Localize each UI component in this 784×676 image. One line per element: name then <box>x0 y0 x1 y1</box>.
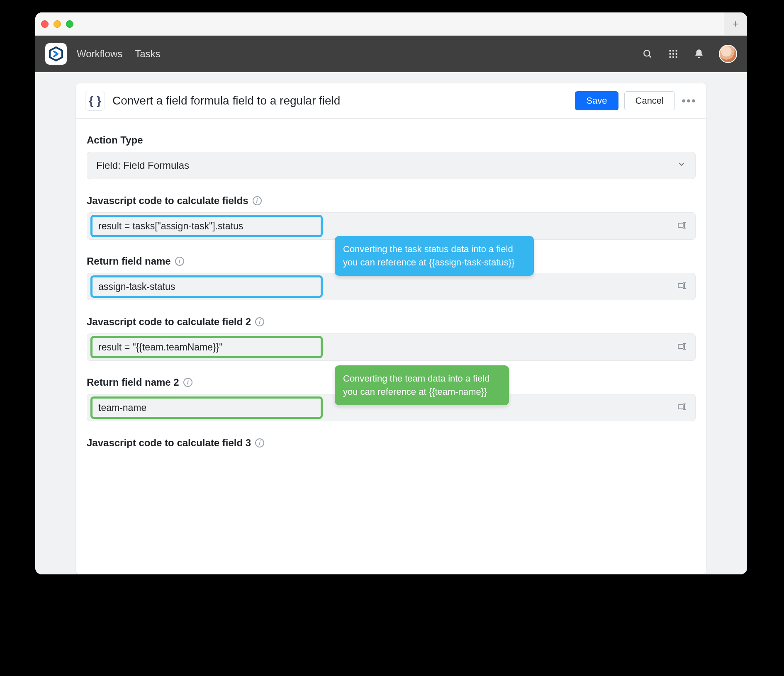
insert-variable-icon[interactable] <box>677 341 687 353</box>
action-type-value: Field: Field Formulas <box>96 160 189 171</box>
return-name-1-label-text: Return field name <box>87 255 171 267</box>
svg-rect-14 <box>678 344 683 348</box>
return-name-1-field[interactable]: assign-task-status <box>87 273 696 300</box>
cancel-button[interactable]: Cancel <box>624 91 675 110</box>
apps-grid-icon[interactable] <box>667 48 679 60</box>
insert-variable-icon[interactable] <box>677 402 687 414</box>
info-icon[interactable]: i <box>183 378 192 387</box>
save-button[interactable]: Save <box>575 91 618 110</box>
app-body: { } Convert a field formula field to a r… <box>35 72 747 574</box>
avatar[interactable] <box>719 45 737 63</box>
window-titlebar: + <box>35 12 747 36</box>
js-code-3-label-text: Javascript code to calculate field 3 <box>87 437 251 449</box>
annotation-text: Converting the task status data into a f… <box>343 244 514 267</box>
svg-point-4 <box>672 50 674 51</box>
page-title: Convert a field formula field to a regul… <box>112 94 340 107</box>
annotation-callout-blue: Converting the task status data into a f… <box>335 236 534 276</box>
info-icon[interactable]: i <box>175 257 184 266</box>
svg-point-6 <box>669 53 671 55</box>
js-code-1-label: Javascript code to calculate fields i <box>87 195 696 207</box>
js-code-2-label-text: Javascript code to calculate field 2 <box>87 316 251 328</box>
js-code-3-label: Javascript code to calculate field 3 i <box>87 437 696 449</box>
panel-type-icon: { } <box>85 91 105 111</box>
js-code-2-label: Javascript code to calculate field 2 i <box>87 316 696 328</box>
svg-rect-15 <box>678 405 683 409</box>
svg-rect-12 <box>678 223 683 227</box>
close-window-button[interactable] <box>41 20 49 28</box>
action-type-label-text: Action Type <box>87 134 143 146</box>
nav-tab-tasks[interactable]: Tasks <box>135 48 160 60</box>
svg-point-3 <box>669 50 671 51</box>
insert-variable-icon[interactable] <box>677 220 687 232</box>
maximize-window-button[interactable] <box>66 20 73 28</box>
action-type-label: Action Type <box>87 134 696 146</box>
search-icon[interactable] <box>642 48 653 60</box>
annotation-text: Converting the team data into a field yo… <box>343 373 489 397</box>
svg-point-7 <box>672 53 674 55</box>
return-name-2-label-text: Return field name 2 <box>87 377 179 388</box>
info-icon[interactable]: i <box>255 317 264 326</box>
svg-marker-0 <box>50 47 62 61</box>
svg-rect-13 <box>678 284 683 288</box>
editor-panel: { } Convert a field formula field to a r… <box>75 83 707 574</box>
info-icon[interactable]: i <box>255 438 264 447</box>
js-code-2-field[interactable]: result = "{{team.teamName}}" <box>87 333 696 361</box>
svg-point-11 <box>675 56 677 58</box>
panel-header: { } Convert a field formula field to a r… <box>76 83 706 119</box>
app-header: Workflows Tasks <box>35 36 747 72</box>
bell-icon[interactable] <box>693 48 705 60</box>
svg-point-10 <box>672 56 674 58</box>
insert-variable-icon[interactable] <box>677 281 687 293</box>
svg-point-9 <box>669 56 671 58</box>
return-name-2-value: team-name <box>90 396 323 419</box>
return-name-1-value: assign-task-status <box>90 275 323 298</box>
minimize-window-button[interactable] <box>54 20 61 28</box>
panel-body: Action Type Field: Field Formulas Javasc… <box>76 119 706 459</box>
chevron-down-icon <box>677 160 686 171</box>
nav-tab-workflows[interactable]: Workflows <box>77 48 122 60</box>
js-code-1-label-text: Javascript code to calculate fields <box>87 195 248 207</box>
window-controls <box>41 20 73 28</box>
app-logo <box>45 43 67 65</box>
more-actions-button[interactable]: ••• <box>681 94 697 107</box>
action-type-select[interactable]: Field: Field Formulas <box>87 152 696 179</box>
info-icon[interactable]: i <box>253 196 262 205</box>
js-code-1-value: result = tasks["assign-task"].status <box>90 215 323 237</box>
js-code-2-value: result = "{{team.teamName}}" <box>90 336 323 358</box>
browser-window: + Workflows Tasks <box>35 12 747 574</box>
annotation-callout-green: Converting the team data into a field yo… <box>335 365 509 405</box>
new-tab-button[interactable]: + <box>724 12 747 35</box>
nav-tabs: Workflows Tasks <box>77 48 161 60</box>
svg-point-1 <box>644 50 650 56</box>
svg-point-8 <box>675 53 677 55</box>
svg-line-2 <box>649 55 651 57</box>
svg-point-5 <box>675 50 677 51</box>
